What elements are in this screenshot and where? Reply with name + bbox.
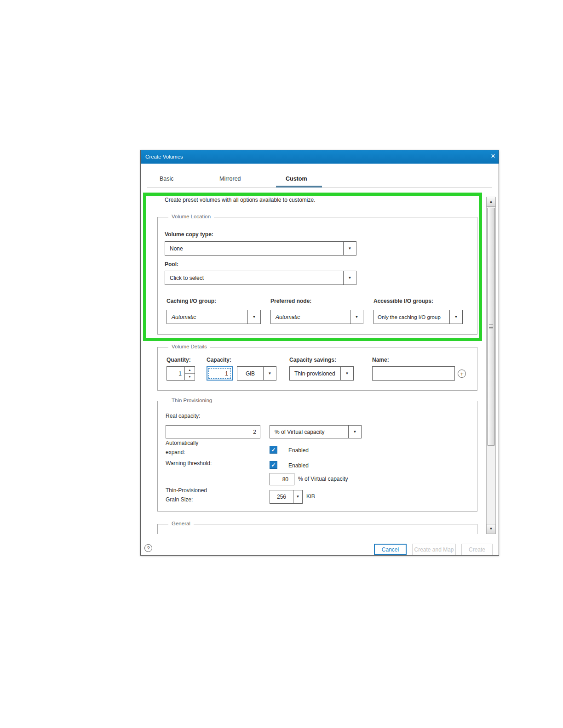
close-icon[interactable]: ✕ xyxy=(489,152,497,160)
auto-expand-label-line1: Automatically xyxy=(166,440,198,446)
accessible-io-groups-dropdown-button[interactable]: ▼ xyxy=(449,310,462,324)
check-icon: ✓ xyxy=(271,447,276,453)
preferred-node-dropdown-button[interactable]: ▼ xyxy=(350,310,363,324)
capacity-label: Capacity: xyxy=(207,357,231,363)
help-button[interactable]: ? xyxy=(144,544,152,552)
cancel-button[interactable]: Cancel xyxy=(374,544,407,555)
caching-io-group-dropdown-button[interactable]: ▼ xyxy=(247,310,260,324)
volume-copy-type-select[interactable]: None ▼ xyxy=(165,241,356,256)
volume-location-legend: Volume Location xyxy=(168,214,214,219)
chevron-down-icon: ▼ xyxy=(348,247,352,250)
preferred-node-select[interactable]: Automatic ▼ xyxy=(270,310,363,324)
chevron-down-icon: ▼ xyxy=(345,372,349,375)
volume-copy-type-label: Volume copy type: xyxy=(165,231,213,238)
quantity-spin-buttons: ▲ ▼ xyxy=(184,367,195,380)
scroll-up-icon: ▲ xyxy=(489,200,493,204)
pool-select[interactable]: Click to select ▼ xyxy=(165,271,356,285)
preferred-node-value: Automatic xyxy=(271,310,350,324)
scrollbar-down-button[interactable]: ▼ xyxy=(486,524,496,534)
scrollbar-grip-icon xyxy=(489,324,493,330)
dialog-titlebar xyxy=(141,150,499,164)
tab-basic[interactable]: Basic xyxy=(160,176,174,182)
caching-io-group-value: Automatic xyxy=(167,310,247,324)
dialog-title: Create Volumes xyxy=(145,154,183,159)
footer-divider xyxy=(141,537,499,537)
auto-expand-label-line2: expand: xyxy=(166,449,185,455)
check-icon: ✓ xyxy=(271,462,276,468)
accessible-io-groups-label: Accessible I/O groups: xyxy=(373,298,433,304)
warning-threshold-enabled-text: Enabled xyxy=(288,462,309,469)
chevron-down-icon: ▼ xyxy=(454,315,458,319)
volume-copy-type-value: None xyxy=(165,242,343,255)
capacity-savings-value: Thin-provisioned xyxy=(290,367,340,380)
pool-label: Pool: xyxy=(165,261,178,267)
quantity-label: Quantity: xyxy=(167,357,191,363)
capacity-savings-select[interactable]: Thin-provisioned ▼ xyxy=(289,366,354,381)
capacity-savings-dropdown-button[interactable]: ▼ xyxy=(340,367,353,380)
volume-copy-type-dropdown-button[interactable]: ▼ xyxy=(343,242,356,255)
tab-custom[interactable]: Custom xyxy=(286,176,307,182)
warning-threshold-label: Warning threshold: xyxy=(166,460,212,466)
accessible-io-groups-select[interactable]: Only the caching I/O group ▼ xyxy=(373,310,463,324)
grain-size-value: 256 xyxy=(270,490,293,503)
page-background: Create Volumes ✕ Basic Mirrored Custom C… xyxy=(0,0,563,728)
volume-details-legend: Volume Details xyxy=(168,344,210,349)
down-arrow-icon: ▼ xyxy=(189,375,191,378)
add-volume-button[interactable]: + xyxy=(458,370,466,378)
chevron-down-icon: ▼ xyxy=(353,430,357,434)
real-capacity-label: Real capacity: xyxy=(166,413,200,419)
grain-size-label-line2: Grain Size: xyxy=(166,496,193,503)
scrollbar-up-button[interactable]: ▲ xyxy=(486,197,496,207)
thin-provisioning-legend: Thin Provisioning xyxy=(168,398,215,403)
pool-dropdown-button[interactable]: ▼ xyxy=(343,271,356,284)
thin-provisioning-fieldset xyxy=(157,401,477,512)
caching-io-group-select[interactable]: Automatic ▼ xyxy=(167,310,261,324)
real-capacity-unit-value: % of Virtual capacity xyxy=(270,426,348,438)
warning-threshold-unit-text: % of Virtual capacity xyxy=(298,476,348,482)
real-capacity-unit-dropdown-button[interactable]: ▼ xyxy=(348,426,361,438)
capacity-unit-dropdown-button[interactable]: ▼ xyxy=(263,367,276,380)
chevron-down-icon: ▼ xyxy=(355,315,359,319)
chevron-down-icon: ▼ xyxy=(268,372,272,375)
real-capacity-unit-select[interactable]: % of Virtual capacity ▼ xyxy=(270,425,362,438)
plus-icon: + xyxy=(460,371,464,377)
capacity-unit-value: GiB xyxy=(237,367,263,380)
auto-expand-checkbox[interactable]: ✓ xyxy=(270,446,277,454)
name-input[interactable] xyxy=(372,366,455,381)
grain-size-label-line1: Thin-Provisioned xyxy=(166,487,207,494)
auto-expand-enabled-text: Enabled xyxy=(288,447,309,454)
chevron-down-icon: ▼ xyxy=(348,276,352,280)
general-fieldset xyxy=(157,524,477,534)
pool-value: Click to select xyxy=(165,271,343,284)
create-and-map-button[interactable]: Create and Map xyxy=(412,544,456,555)
capacity-savings-label: Capacity savings: xyxy=(289,357,336,363)
quantity-stepper[interactable]: ▲ ▼ xyxy=(167,366,195,381)
accessible-io-groups-value: Only the caching I/O group xyxy=(374,310,449,324)
create-button[interactable]: Create xyxy=(461,544,493,555)
capacity-unit-select[interactable]: GiB ▼ xyxy=(237,366,276,381)
quantity-increment-button[interactable]: ▲ xyxy=(185,367,195,374)
scrollbar-thumb[interactable] xyxy=(487,208,495,446)
grain-size-dropdown-button[interactable]: ▼ xyxy=(293,490,302,503)
tab-mirrored[interactable]: Mirrored xyxy=(219,176,241,182)
quantity-input[interactable] xyxy=(167,367,184,380)
name-label: Name: xyxy=(372,357,389,363)
warning-threshold-percent-input[interactable] xyxy=(270,473,294,485)
real-capacity-input[interactable] xyxy=(166,425,260,438)
caching-io-group-label: Caching I/O group: xyxy=(167,298,216,304)
help-icon: ? xyxy=(147,546,149,551)
chevron-down-icon: ▼ xyxy=(296,495,300,499)
scroll-down-icon: ▼ xyxy=(489,527,493,531)
quantity-decrement-button[interactable]: ▼ xyxy=(185,374,195,380)
capacity-input[interactable] xyxy=(207,366,233,381)
grain-size-unit-text: KiB xyxy=(306,493,315,500)
chevron-down-icon: ▼ xyxy=(253,315,256,319)
general-legend: General xyxy=(168,521,194,526)
preferred-node-label: Preferred node: xyxy=(270,298,311,304)
active-tab-underline xyxy=(276,186,322,188)
warning-threshold-checkbox[interactable]: ✓ xyxy=(270,461,277,469)
up-arrow-icon: ▲ xyxy=(189,369,191,371)
dialog-description: Create preset volumes with all options a… xyxy=(165,197,316,203)
grain-size-select[interactable]: 256 ▼ xyxy=(270,490,303,504)
